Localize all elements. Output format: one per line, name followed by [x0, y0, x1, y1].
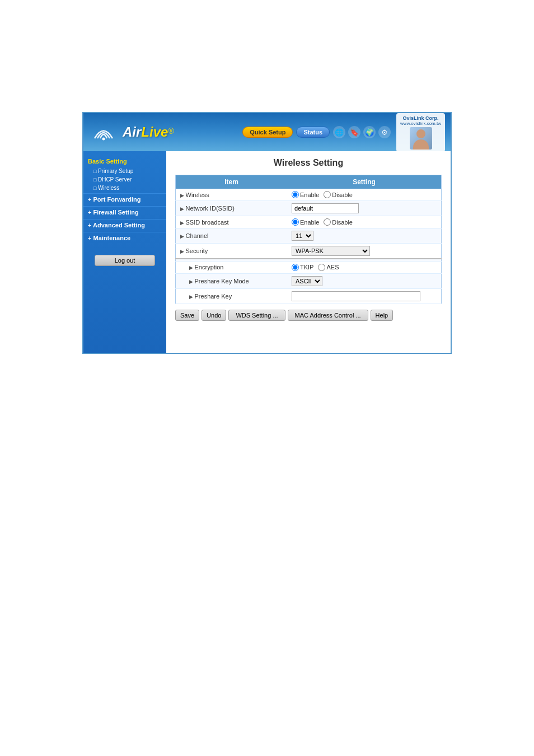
svg-point-0 [102, 137, 105, 140]
undo-button[interactable]: Undo [202, 310, 226, 321]
sidebar-basic-setting[interactable]: Basic Setting [83, 156, 166, 167]
quick-setup-button[interactable]: Quick Setup [242, 127, 293, 138]
ovislink-logo: OvisLink Corp. www.ovislink.com.tw [396, 113, 445, 152]
sidebar-primary-setup[interactable]: Primary Setup [83, 167, 166, 175]
setting-ssid-broadcast: Enable Disable [287, 216, 442, 228]
sidebar-firewall-setting[interactable]: Firewall Setting [83, 206, 166, 218]
mac-address-control-button[interactable]: MAC Address Control ... [288, 310, 368, 321]
setting-preshare-key [287, 288, 442, 304]
logout-btn-area: Log out [83, 248, 166, 273]
ssid-broadcast-enable-label[interactable]: Enable [292, 218, 319, 226]
sidebar: Basic Setting Primary Setup DHCP Server … [83, 151, 166, 353]
status-button[interactable]: Status [296, 127, 330, 138]
nav-buttons: Quick Setup Status 🌐 🔖 🌍 ⚙ OvisLink Corp… [242, 113, 445, 152]
encryption-aes-radio[interactable] [318, 264, 325, 271]
item-security: Security [176, 244, 288, 259]
preshare-mode-select[interactable]: ASCII HEX [292, 276, 322, 286]
header-item: Item [176, 175, 288, 189]
page-title: Wireless Setting [175, 158, 442, 168]
content-area: Wireless Setting Item Setting Wireless [166, 151, 451, 353]
item-ssid: Network ID(SSID) [176, 201, 288, 216]
item-wireless: Wireless [176, 189, 288, 201]
settings-table: Item Setting Wireless Enable [175, 175, 442, 304]
setting-ssid [287, 201, 442, 216]
ssid-broadcast-enable-radio[interactable] [292, 218, 299, 226]
header-icons: 🌐 🔖 🌍 ⚙ [333, 126, 391, 138]
sidebar-wireless[interactable]: Wireless [83, 184, 166, 192]
encryption-tkip-radio[interactable] [292, 264, 299, 271]
ssid-broadcast-disable-label[interactable]: Disable [324, 218, 353, 226]
header-setting: Setting [287, 175, 442, 189]
sidebar-advanced-setting[interactable]: Advanced Setting [83, 219, 166, 231]
table-row-encryption: Encryption TKIP AES [176, 261, 442, 273]
setting-channel: 1234 5678 91011 1213 [287, 228, 442, 244]
logo-text: AirLive® [123, 124, 174, 140]
logout-button[interactable]: Log out [95, 255, 155, 266]
wds-setting-button[interactable]: WDS Setting ... [228, 310, 285, 321]
header: AirLive® Quick Setup Status 🌐 🔖 🌍 ⚙ Ovis… [83, 113, 451, 151]
person-graphic [410, 127, 432, 150]
wireless-enable-radio[interactable] [292, 191, 299, 198]
channel-select[interactable]: 1234 5678 91011 1213 [292, 231, 313, 241]
table-row-wireless: Wireless Enable Disable [176, 189, 442, 201]
table-header: Item Setting [176, 175, 442, 189]
language-icon[interactable]: 🌍 [363, 126, 376, 138]
logo-signal-icon [89, 120, 118, 143]
settings-icon[interactable]: ⚙ [378, 126, 391, 138]
logo-area: AirLive® [89, 120, 174, 144]
encryption-tkip-label[interactable]: TKIP [292, 264, 313, 271]
table-row-preshare-mode: Preshare Key Mode ASCII HEX [176, 273, 442, 288]
sidebar-port-forwarding[interactable]: Port Forwarding [83, 193, 166, 205]
bookmark-icon[interactable]: 🔖 [348, 126, 360, 138]
help-button[interactable]: Help [371, 310, 394, 321]
main-layout: Basic Setting Primary Setup DHCP Server … [83, 151, 451, 353]
globe-icon[interactable]: 🌐 [333, 126, 345, 138]
router-ui: AirLive® Quick Setup Status 🌐 🔖 🌍 ⚙ Ovis… [82, 112, 452, 354]
table-row-channel: Channel 1234 5678 91011 1213 [176, 228, 442, 244]
security-select[interactable]: WPA-PSK WPA2-PSK WEP None [292, 246, 370, 256]
wireless-enable-label[interactable]: Enable [292, 191, 319, 198]
ssid-input[interactable] [292, 203, 359, 213]
wireless-disable-label[interactable]: Disable [324, 191, 353, 198]
table-row-security: Security WPA-PSK WPA2-PSK WEP None [176, 244, 442, 259]
item-preshare-mode: Preshare Key Mode [176, 273, 288, 288]
sidebar-maintenance[interactable]: Maintenance [83, 232, 166, 244]
item-encryption: Encryption [176, 261, 288, 273]
wireless-radio-group: Enable Disable [292, 191, 437, 198]
item-preshare-key: Preshare Key [176, 288, 288, 304]
preshare-key-input[interactable] [292, 291, 420, 301]
item-channel: Channel [176, 228, 288, 244]
ssid-broadcast-disable-radio[interactable] [324, 218, 331, 226]
action-buttons: Save Undo WDS Setting ... MAC Address Co… [175, 310, 442, 321]
setting-security: WPA-PSK WPA2-PSK WEP None [287, 244, 442, 259]
encryption-radio-group: TKIP AES [292, 264, 437, 271]
ssid-broadcast-radio-group: Enable Disable [292, 218, 437, 226]
setting-preshare-mode: ASCII HEX [287, 273, 442, 288]
save-button[interactable]: Save [175, 310, 199, 321]
setting-wireless: Enable Disable [287, 189, 442, 201]
sidebar-dhcp-server[interactable]: DHCP Server [83, 175, 166, 184]
encryption-aes-label[interactable]: AES [318, 264, 339, 271]
table-row-preshare-key: Preshare Key [176, 288, 442, 304]
table-row-ssid-broadcast: SSID broadcast Enable Disable [176, 216, 442, 228]
table-row-ssid: Network ID(SSID) [176, 201, 442, 216]
wireless-disable-radio[interactable] [324, 191, 331, 198]
item-ssid-broadcast: SSID broadcast [176, 216, 288, 228]
setting-encryption: TKIP AES [287, 261, 442, 273]
